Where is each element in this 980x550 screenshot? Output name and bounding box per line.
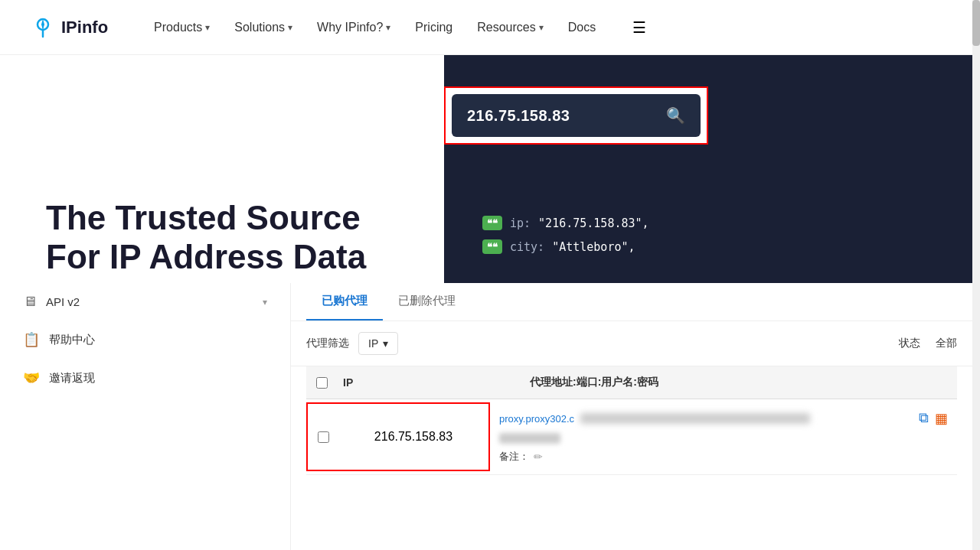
navbar: IPinfo Products ▾ Solutions ▾ Why IPinfo…	[0, 0, 980, 55]
filter-select[interactable]: IP ▾	[358, 332, 398, 355]
filter-select-chevron-icon: ▾	[383, 337, 388, 350]
hero-title-line2: For IP Address Data	[46, 238, 398, 277]
th-checkbox	[306, 377, 337, 389]
resources-chevron-icon: ▾	[539, 22, 544, 33]
hero-left: The Trusted Source For IP Address Data	[46, 199, 398, 276]
why-chevron-icon: ▾	[386, 22, 390, 33]
qr-icon[interactable]: ▦	[935, 410, 948, 427]
table-row: 216.75.158.83 proxy.proxy302.c ⧉ ▦	[306, 399, 957, 475]
products-chevron-icon: ▾	[205, 22, 210, 33]
table: IP 代理地址:端口:用户名:密码 216.75.158.83	[291, 366, 972, 475]
logo-icon	[31, 15, 55, 40]
proxy-addr-text: proxy.proxy302.c	[499, 413, 574, 425]
nav-products[interactable]: Products ▾	[154, 21, 210, 34]
invite-icon: 🤝	[23, 369, 40, 386]
sidebar-item-help-label: 帮助中心	[49, 333, 95, 347]
hero-title-line1: The Trusted Source	[46, 199, 398, 238]
json-val-city: "Attleboro",	[552, 240, 635, 254]
row-checkbox[interactable]	[318, 431, 329, 443]
remark-label: 备注：	[499, 450, 529, 464]
nav-resources[interactable]: Resources ▾	[477, 21, 543, 34]
table-header: IP 代理地址:端口:用户名:密码	[306, 366, 957, 399]
search-icon-hero[interactable]: 🔍	[666, 106, 685, 125]
json-tag-city: ❝❝	[482, 239, 502, 254]
nav-resources-label: Resources	[477, 21, 535, 34]
tab-purchased-label: 已购代理	[322, 294, 368, 307]
ip-value: 216.75.158.83	[374, 430, 452, 444]
sidebar: 🖥 API v2 ▾ 📋 帮助中心 🤝 邀请返现	[0, 283, 291, 550]
tab-deleted[interactable]: 已删除代理	[383, 283, 471, 321]
th-proxy: 代理地址:端口:用户名:密码	[521, 376, 957, 389]
nav-products-label: Products	[154, 21, 202, 34]
json-key-ip: ip:	[510, 216, 531, 230]
svg-point-1	[41, 23, 44, 26]
nav-solutions[interactable]: Solutions ▾	[234, 21, 292, 34]
nav-solutions-label: Solutions	[234, 21, 285, 34]
solutions-chevron-icon: ▾	[288, 22, 292, 33]
remark-row: 备注： ✏	[499, 450, 948, 464]
ip-value-cell: 216.75.158.83	[338, 404, 488, 470]
hero-title: The Trusted Source For IP Address Data	[46, 199, 398, 276]
filter-label: 代理筛选	[306, 337, 349, 350]
help-icon: 📋	[23, 331, 40, 348]
sidebar-item-api-label: API v2	[46, 295, 80, 308]
edit-icon[interactable]: ✏	[534, 451, 543, 463]
json-val-ip: "216.75.158.83",	[538, 216, 649, 230]
json-tag-ip: ❝❝	[482, 216, 502, 230]
hamburger-icon[interactable]: ☰	[632, 18, 646, 37]
nav-why-ipinfo[interactable]: Why IPinfo? ▾	[317, 21, 390, 34]
tab-purchased[interactable]: 已购代理	[306, 283, 383, 321]
proxy-blurred-text	[580, 413, 810, 424]
json-line-ip: ❝❝ ip: "216.75.158.83",	[482, 216, 957, 230]
nav-docs[interactable]: Docs	[568, 21, 596, 34]
sidebar-item-invite-label: 邀请返现	[49, 371, 95, 386]
proxy-addr: proxy.proxy302.c ⧉ ▦	[499, 410, 948, 427]
filter-row: 代理筛选 IP ▾ 状态 全部	[291, 321, 972, 366]
filter-select-value: IP	[368, 337, 378, 350]
nav-links: Products ▾ Solutions ▾ Why IPinfo? ▾ Pri…	[154, 18, 949, 37]
select-all-checkbox[interactable]	[316, 377, 328, 389]
nav-pricing[interactable]: Pricing	[415, 21, 452, 34]
scrollbar-thumb[interactable]	[972, 0, 980, 46]
logo[interactable]: IPinfo	[31, 15, 108, 40]
sidebar-item-help[interactable]: 📋 帮助中心	[15, 321, 275, 359]
sidebar-item-invite[interactable]: 🤝 邀请返现	[15, 359, 275, 397]
main-content: 已购代理 已删除代理 代理筛选 IP ▾ 状态 全部 IP	[291, 283, 972, 550]
ip-search-inner[interactable]: 216.75.158.83 🔍	[452, 94, 701, 137]
json-line-city: ❝❝ city: "Attleboro",	[482, 239, 957, 254]
proxy-col: proxy.proxy302.c ⧉ ▦ 备注： ✏	[490, 399, 957, 474]
scrollbar[interactable]	[972, 0, 980, 550]
ip-col-highlighted: 216.75.158.83	[306, 402, 490, 471]
api-icon: 🖥	[23, 294, 37, 310]
status-label: 状态	[899, 337, 920, 350]
ip-search-highlight-box: 216.75.158.83 🔍	[444, 86, 708, 145]
json-key-city: city:	[510, 240, 544, 254]
tab-deleted-label: 已删除代理	[398, 294, 456, 307]
sidebar-expand-icon: ▾	[263, 297, 267, 308]
proxy-panel: 🖥 API v2 ▾ 📋 帮助中心 🤝 邀请返现 已购代理 已删除代理 代理筛选	[0, 283, 972, 550]
proxy-blurred-line2	[499, 433, 560, 444]
copy-icon[interactable]: ⧉	[919, 410, 929, 427]
row-checkbox-cell	[308, 404, 338, 470]
logo-text: IPinfo	[61, 18, 108, 37]
nav-pricing-label: Pricing	[415, 21, 452, 34]
nav-why-label: Why IPinfo?	[317, 21, 383, 34]
tabs: 已购代理 已删除代理	[291, 283, 972, 321]
ip-search-value: 216.75.158.83	[467, 107, 570, 125]
json-result: ❝❝ ip: "216.75.158.83", ❝❝ city: "Attleb…	[467, 207, 972, 272]
th-ip: IP	[337, 376, 521, 389]
status-value: 全部	[936, 337, 957, 350]
proxy-icons: ⧉ ▦	[919, 410, 948, 427]
sidebar-item-api[interactable]: 🖥 API v2 ▾	[15, 283, 275, 321]
